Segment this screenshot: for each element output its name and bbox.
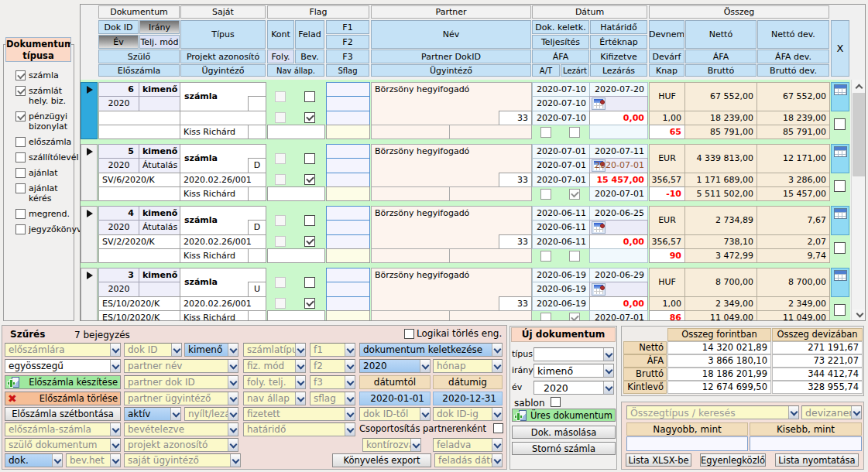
cell-afa-datum[interactable]: 2020-06-11: [532, 234, 590, 249]
lezart-checkbox[interactable]: [569, 313, 580, 321]
cell-navallap[interactable]: [267, 125, 325, 139]
filter-feladva[interactable]: feladva: [433, 438, 503, 452]
cell-irany[interactable]: kimenő: [139, 82, 180, 97]
copy-document-button[interactable]: Dok. másolása: [512, 426, 616, 439]
grid-table-icon[interactable]: [834, 208, 847, 219]
cell-navallap[interactable]: [267, 248, 325, 263]
filter-fizetett[interactable]: fizetett: [243, 407, 355, 421]
cell-netto-dev[interactable]: 67 552,00: [756, 82, 830, 111]
record-marker[interactable]: [81, 144, 98, 201]
cell-hatarido[interactable]: 2020-06-25: [589, 206, 648, 221]
foly-checkbox[interactable]: [275, 236, 286, 247]
col-header-foly[interactable]: Foly.: [267, 50, 294, 63]
doctype-item[interactable]: jegyzőkönyv: [15, 224, 79, 234]
cell-brutto-dev[interactable]: 85 791,00: [756, 125, 830, 139]
col-header-kifizetve[interactable]: Kifizetve: [590, 50, 647, 63]
felad-checkbox[interactable]: [304, 153, 315, 164]
cell-typeflag[interactable]: [248, 96, 266, 111]
col-header-brutto[interactable]: Bruttó: [685, 64, 756, 77]
filter-dokid[interactable]: dok ID: [124, 343, 182, 357]
filter-partnernev[interactable]: partner név: [124, 359, 238, 373]
filter-datefrom[interactable]: 2020-01-01: [359, 392, 431, 405]
cell-knap[interactable]: 90: [649, 248, 685, 263]
cell-f3[interactable]: [326, 173, 370, 187]
at-checkbox[interactable]: [540, 189, 551, 200]
filter-szulodok[interactable]: szülő dokumentum: [5, 438, 121, 452]
filter-bevetelezve[interactable]: bevételezve: [124, 422, 238, 436]
cell-devarf[interactable]: 1,00: [649, 296, 685, 311]
cell-f3[interactable]: [326, 111, 370, 125]
cell-kifizetve[interactable]: 0,00: [589, 111, 648, 125]
doctype-item[interactable]: ajánlat: [15, 168, 79, 178]
lezart-checkbox[interactable]: [569, 189, 580, 200]
cell-f1[interactable]: [326, 144, 370, 159]
cell-typeflag[interactable]: D: [248, 158, 266, 173]
cell-x[interactable]: [831, 206, 849, 235]
col-header-afadev[interactable]: ÁFA dev.: [757, 50, 829, 63]
cell-netto[interactable]: 2 734,89: [684, 206, 757, 235]
cell-partner-ugyintezo2[interactable]: [449, 186, 532, 201]
cell-partner-ugyintezo[interactable]: [371, 186, 450, 201]
filter-csoportositas[interactable]: Csoportosítás partnerenként: [359, 422, 505, 436]
cell-erteknap[interactable]: [589, 220, 648, 235]
bev-checkbox[interactable]: [304, 174, 315, 185]
record-marker[interactable]: [81, 268, 98, 321]
cell-f1[interactable]: [326, 82, 370, 97]
filter-egyosszegu[interactable]: egyösszegű: [5, 359, 121, 373]
calendar-icon[interactable]: [592, 97, 606, 110]
list-xlsx-button[interactable]: Lista XLSX-be: [626, 453, 691, 467]
filter-eloszamlara[interactable]: előszámlára: [5, 343, 121, 357]
scrollbar-thumb[interactable]: [853, 93, 866, 176]
bev-checkbox[interactable]: [304, 112, 315, 123]
col-header-felad[interactable]: Felad: [295, 20, 324, 49]
cell-afa-datum[interactable]: 2020-06-19: [532, 296, 590, 311]
filter-konyveles[interactable]: Könyvelés export: [332, 453, 431, 467]
col-header-afa[interactable]: ÁFA: [685, 50, 756, 63]
vertical-scrollbar[interactable]: [851, 80, 866, 321]
felad-checkbox[interactable]: [304, 215, 315, 226]
col-header-bruttodev[interactable]: Bruttó dev.: [757, 64, 829, 77]
col-header-tipus[interactable]: Típus: [180, 20, 266, 49]
col-header-f1[interactable]: F1: [326, 20, 369, 34]
cell-f1[interactable]: [326, 268, 370, 282]
cell-ev[interactable]: 2020: [98, 282, 139, 297]
cell-netto-dev[interactable]: 8 700,00: [756, 268, 830, 297]
doctype-item[interactable]: számlát hely. biz.: [15, 86, 79, 106]
cell-f3[interactable]: [326, 234, 370, 249]
kont-checkbox[interactable]: [275, 215, 286, 226]
col-header-at[interactable]: A/T: [532, 64, 560, 77]
cell-kifizetve[interactable]: 0,00: [589, 296, 648, 311]
cell-ev[interactable]: 2020: [98, 158, 139, 173]
cell-x[interactable]: [831, 82, 849, 111]
cell-eloszamla[interactable]: [98, 186, 180, 201]
filter-nyiltlezart[interactable]: nyílt/lezárt: [184, 407, 238, 421]
doctype-checkbox[interactable]: [15, 111, 26, 121]
filter-projektazon[interactable]: projekt azonosító: [124, 438, 238, 452]
cell-f2[interactable]: [326, 158, 370, 173]
col-header-eloszamla[interactable]: Előszámla: [98, 64, 180, 77]
cell-lezaras[interactable]: [589, 248, 648, 263]
cell-dok-keletk[interactable]: 2020-07-10: [532, 82, 590, 97]
cell-afa-dev[interactable]: 3 286,00: [756, 173, 830, 187]
cell-eloszamla[interactable]: ES/10/2020/K: [98, 310, 180, 321]
filter-kontirozva[interactable]: kontírozva: [362, 438, 421, 452]
type-select[interactable]: [533, 347, 614, 361]
grid-record[interactable]: 4 kimenő 2020 Átutalás számla D SV/2/202…: [81, 206, 850, 263]
cell-szulo[interactable]: [98, 111, 180, 125]
doctype-item[interactable]: megrend.: [15, 209, 79, 219]
cell-brutto-dev[interactable]: 9,74: [756, 248, 830, 263]
cell-knap[interactable]: 86: [649, 310, 685, 321]
x-checkbox[interactable]: [834, 304, 846, 316]
filter-dokidig[interactable]: dok ID-ig: [433, 407, 503, 421]
cell-devarf[interactable]: 1,00: [649, 111, 685, 125]
col-header-irany[interactable]: Irány: [139, 20, 180, 34]
currency-select[interactable]: devizanem: [801, 405, 862, 419]
cell-irany[interactable]: kimenő: [139, 144, 180, 159]
group-header-datum[interactable]: Dátum: [532, 5, 647, 19]
grid-record[interactable]: 5 kimenő 2020 Átutalás számla D SV/6/202…: [81, 144, 850, 201]
cell-afa[interactable]: 2 349,00: [684, 296, 757, 311]
filter-fizmod[interactable]: fiz. mód: [243, 359, 306, 373]
cell-f1[interactable]: [326, 206, 370, 221]
cell-szulo[interactable]: ES/10/2020/K: [98, 296, 180, 311]
cell-teljmod[interactable]: Átutalás: [139, 220, 180, 235]
